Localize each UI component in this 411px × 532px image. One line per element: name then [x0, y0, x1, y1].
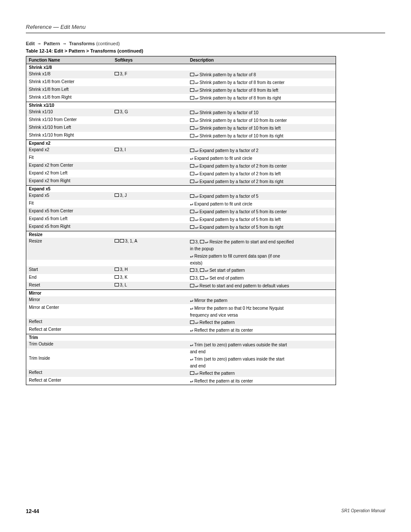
enter-icon: ↵	[195, 117, 198, 123]
desc-text: Trim (set to zero) pattern values outsid…	[194, 342, 287, 347]
cell-desc-extra: frequency and vice versa	[187, 312, 336, 318]
cell-name: Expand x5 from Center	[26, 208, 112, 215]
enter-icon: ↵	[195, 208, 198, 215]
section-shrink110: Shrink x1/10	[26, 102, 336, 109]
sk-text: 3, 1, A	[125, 239, 137, 243]
desc-text: Reflect the pattern	[199, 371, 235, 376]
box-icon	[115, 148, 119, 151]
section-mirror: Mirror	[26, 290, 336, 297]
enter-icon: ↵	[195, 95, 198, 101]
section-label: Shrink x1/10	[26, 102, 112, 109]
cell-desc-extra: exists)	[187, 260, 336, 266]
cell-desc: ↵ Expand pattern by a factor of 5 from i…	[187, 208, 336, 215]
table-row: Shrink x1/8 from Center ↵ Shrink pattern…	[26, 78, 336, 86]
section-label: Resize	[26, 231, 112, 238]
col-header-sk: Softkeys	[112, 56, 187, 64]
cell-sk: 3, 1, A	[112, 238, 187, 246]
box-icon	[190, 172, 194, 175]
cell-name: Shrink x1/10 from Right	[26, 132, 112, 140]
transforms-table: Function Name Softkeys Description Shrin…	[26, 56, 336, 385]
enter-icon: ↵	[190, 356, 193, 362]
enter-icon: ↵	[195, 163, 198, 169]
cell-desc: ↵ Expand pattern to fit unit circle	[187, 154, 336, 162]
section-expand2: Expand x2	[26, 140, 336, 147]
cell-name: Trim Outside	[26, 341, 112, 348]
table-row: Expand x5 from Center ↵ Expand pattern b…	[26, 208, 336, 215]
enter-icon: ↵	[195, 283, 198, 289]
enter-icon: ↵	[190, 378, 193, 384]
box-icon	[190, 284, 194, 287]
cell-name: Mirror	[26, 296, 112, 304]
box-icon	[200, 240, 204, 243]
section-label: Mirror	[26, 290, 112, 297]
cell-desc: ↵ Trim (set to zero) pattern values insi…	[187, 355, 336, 363]
table-row: Shrink x1/10 from Left ↵ Shrink pattern …	[26, 124, 336, 132]
box-icon	[190, 194, 194, 198]
enter-icon: ↵	[205, 275, 208, 281]
header-rule	[26, 33, 385, 33]
table-row: Reflect ↵ Reflect the pattern	[26, 318, 336, 326]
desc-text: Expand pattern by a factor of 2 from its…	[199, 164, 287, 168]
table-title-label: Table 12-14:	[26, 48, 54, 53]
desc-text-a: 3,	[195, 240, 200, 244]
table-row: Resize 3, 1, A 3, ↵ Resize the pattern t…	[26, 238, 336, 246]
cell-sk: 3, F	[112, 71, 187, 78]
section-trim: Trim	[26, 334, 336, 341]
enter-icon: ↵	[195, 216, 198, 222]
cell-sk: 3, H	[112, 266, 187, 274]
desc-text: Shrink pattern by a factor of 10	[199, 110, 258, 115]
desc-text-a: 3,	[195, 276, 200, 280]
enter-icon: ↵	[195, 72, 198, 78]
desc-text: Expand pattern by a factor of 5 from its…	[199, 209, 287, 214]
cell-name: Shrink x1/10	[26, 109, 112, 116]
enter-icon: ↵	[190, 155, 193, 161]
box-icon	[115, 268, 119, 271]
cell-desc: ↵ Expand pattern by a factor of 2 from i…	[187, 170, 336, 177]
table-row: Reflect at Center ↵ Reflect the pattern …	[26, 326, 336, 334]
table-title-cont: (continued)	[118, 48, 143, 53]
table-row: Trim Inside ↵ Trim (set to zero) pattern…	[26, 355, 336, 363]
box-icon	[190, 225, 194, 229]
cell-desc: 3, ↵ Resize the pattern to start and end…	[187, 238, 336, 246]
enter-icon: ↵	[195, 125, 198, 131]
box-icon	[190, 118, 194, 122]
box-icon	[190, 371, 194, 375]
cell-name: Reset	[26, 282, 112, 290]
desc-text: Shrink pattern by a factor of 8 from its…	[199, 96, 281, 100]
box-icon	[115, 283, 119, 286]
cell-name: Reflect at Center	[26, 326, 112, 334]
box-icon	[115, 239, 119, 243]
table-row: Mirror at Center ↵ Mirror the pattern so…	[26, 304, 336, 312]
cell-name: Expand x2 from Center	[26, 162, 112, 170]
section-label: Expand x2	[26, 140, 112, 147]
desc-text: Reflect the pattern	[199, 320, 235, 325]
cell-desc: 3, ↵ Set end of pattern	[187, 274, 336, 282]
table-row: Mirror ↵ Mirror the pattern	[26, 296, 336, 304]
cell-desc: ↵ Expand pattern by a factor of 2 from i…	[187, 162, 336, 170]
crumb-sep-2: →	[63, 41, 66, 47]
cell-desc: ↵ Trim (set to zero) pattern values outs…	[187, 341, 336, 348]
cell-desc: ↵ Mirror the pattern so that 0 Hz become…	[187, 304, 336, 312]
cell-name: Reflect	[26, 318, 112, 326]
sk-text: 3, I	[120, 147, 126, 152]
table-row: Expand x2 from Left ↵ Expand pattern by …	[26, 170, 336, 177]
cell-desc: ↵ Expand pattern by a factor of 5 from i…	[187, 215, 336, 223]
cell-desc: ↵ Resize pattern to fill current data sp…	[187, 252, 336, 260]
box-icon	[200, 276, 204, 280]
table-row: Expand x2 from Center ↵ Expand pattern b…	[26, 162, 336, 170]
table-title-name: Edit > Pattern > Transforms	[54, 48, 116, 53]
cell-desc: ↵ Reflect the pattern at its center	[187, 377, 336, 385]
box-icon	[190, 240, 194, 243]
cell-name: Expand x5 from Right	[26, 223, 112, 231]
desc-text: Expand pattern to fit unit circle	[194, 202, 252, 206]
enter-icon: ↵	[195, 87, 198, 93]
cell-desc: ↵ Shrink pattern by a factor of 10	[187, 109, 336, 116]
cell-desc: ↵ Expand pattern by a factor of 5	[187, 192, 336, 200]
cell-name: Shrink x1/8 from Center	[26, 78, 112, 86]
table-row: Shrink x1/8 from Left ↵ Shrink pattern b…	[26, 86, 336, 94]
desc-text: Trim (set to zero) pattern values inside…	[194, 357, 284, 361]
cell-desc: ↵ Reflect the pattern	[187, 318, 336, 326]
cell-desc: ↵ Shrink pattern by a factor of 8 from i…	[187, 78, 336, 86]
enter-icon: ↵	[195, 109, 198, 115]
desc-text: Resize pattern to fill current data span…	[194, 254, 280, 258]
